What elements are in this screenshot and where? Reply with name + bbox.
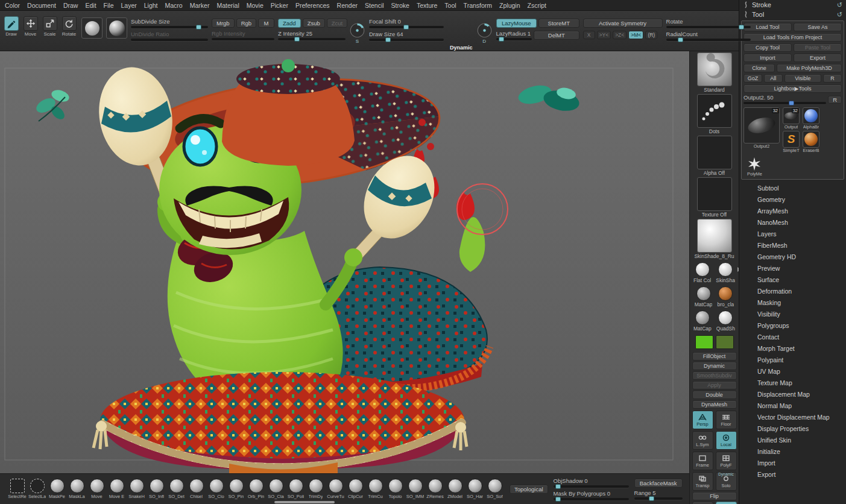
tool-name-slider[interactable]: Output2. 50 — [743, 95, 826, 104]
rgb-intensity-slider[interactable]: Rgb Intensity — [212, 31, 274, 40]
brush-item[interactable]: ZRemes — [425, 479, 445, 499]
menu-item[interactable]: Texture — [417, 2, 437, 9]
menu-item[interactable]: Layer — [121, 2, 136, 9]
tool-section-item[interactable]: Import — [739, 457, 846, 468]
viewport-canvas[interactable] — [0, 51, 689, 473]
tool-section-item[interactable]: Displacement Map — [739, 388, 846, 400]
symmetry-axis-button[interactable]: (R) — [645, 31, 657, 39]
draw-tool-button[interactable]: Draw — [2, 16, 20, 51]
brush-item[interactable]: SO_Poli — [286, 479, 306, 499]
tool-section-item[interactable]: Texture Map — [739, 377, 846, 388]
stroke-restore-icon[interactable]: ↺ — [837, 2, 842, 8]
menu-item[interactable]: Stroke — [391, 2, 409, 9]
fillobject-button[interactable]: FillObject — [692, 352, 737, 361]
alpha-picker-thumbnail[interactable] — [697, 136, 732, 169]
tool-section-item[interactable]: Unified Skin — [739, 434, 846, 446]
transp-button[interactable]: Transp — [692, 472, 713, 491]
floor-button[interactable]: Floor — [716, 411, 737, 429]
double-button[interactable]: Double — [692, 391, 737, 399]
tool-section-item[interactable]: Normal Map — [739, 400, 846, 411]
tool-section-item[interactable]: Morph Target — [739, 342, 846, 354]
tool-thumbnail-simplet[interactable]: S — [783, 131, 800, 148]
make-polymesh3d-button[interactable]: Make PolyMesh3D — [777, 64, 842, 72]
brush-item[interactable]: SO_Har — [465, 479, 485, 499]
lazymouse-button[interactable]: LazyMouse — [496, 19, 537, 28]
radialcount-slider[interactable]: RadialCount — [666, 31, 751, 41]
brush-item[interactable]: SO_Det — [166, 479, 186, 499]
tool-section-item[interactable]: Deformation — [739, 285, 846, 297]
stroke-picker-thumbnail[interactable] — [697, 94, 732, 128]
menu-item[interactable]: Document — [27, 2, 56, 9]
matcap-material[interactable]: MatCap — [693, 310, 712, 333]
menu-item[interactable]: Render — [337, 2, 358, 9]
primary-color-swatch[interactable] — [695, 335, 713, 349]
brush-item[interactable]: SO_Pin — [226, 479, 246, 499]
load-tool-button[interactable]: Load Tool — [743, 23, 792, 31]
brush-item[interactable]: Move E — [107, 479, 127, 499]
deluh-button[interactable]: DelUH — [692, 502, 713, 504]
symmetry-axis-button[interactable]: X — [583, 31, 595, 39]
texture-picker-thumbnail[interactable] — [697, 177, 732, 211]
focal-shift-knob[interactable] — [403, 25, 409, 30]
menu-item[interactable]: Movie — [247, 2, 264, 9]
polyf-button[interactable]: PolyF — [716, 452, 737, 470]
all-button[interactable]: All — [764, 74, 783, 83]
flatcolor-material[interactable]: Flat Col — [693, 262, 711, 285]
local-button[interactable]: Local — [716, 431, 737, 450]
range-knob[interactable] — [649, 496, 654, 501]
paste-tool-button[interactable]: Paste Tool — [794, 43, 842, 52]
brush-item[interactable]: CurveTu — [326, 479, 346, 499]
menu-item[interactable]: Zplugin — [499, 2, 520, 9]
tool-thumbnail-alphabrush[interactable] — [803, 107, 819, 124]
objshadow-slider[interactable]: ObjShadow 0 — [554, 478, 629, 488]
symmetry-axis-button[interactable]: >M< — [628, 31, 643, 39]
tool-section-item[interactable]: Geometry — [739, 194, 846, 205]
brush-item[interactable]: SO_Infl — [147, 479, 166, 499]
tool-palette-header[interactable]: Tool ↺ — [739, 10, 846, 19]
mask-by-polygroups-slider[interactable]: Mask By Polygroups 0 — [554, 491, 629, 500]
tool-section-item[interactable]: Polygroups — [739, 320, 846, 331]
lazyradius-slider[interactable]: LazyRadius 1 — [496, 31, 532, 40]
menu-item[interactable]: Transform — [464, 2, 492, 9]
dynamic-dial-icon[interactable] — [476, 22, 493, 39]
tool-section-item[interactable]: ArrayMesh — [739, 205, 846, 216]
lsym-button[interactable]: L.Sym — [692, 431, 713, 450]
tool-thumbnail-output[interactable]: 32 — [783, 107, 800, 124]
zsub-button[interactable]: Zsub — [303, 19, 325, 28]
skinshade-material[interactable]: SkinSha — [716, 262, 735, 285]
backfacemask-button[interactable]: BackfaceMask — [634, 479, 683, 488]
tool-thumbnail-eraserbrush[interactable] — [803, 131, 819, 148]
brush-item[interactable]: TrimCu — [365, 479, 385, 499]
brush-picker-thumbnail[interactable] — [697, 52, 732, 86]
tool-section-item[interactable]: Subtool — [739, 182, 846, 194]
brush-item[interactable]: Orb_Pin — [246, 479, 266, 499]
tool-section-item[interactable]: Vector Displacement Map — [739, 411, 846, 423]
rgb-button[interactable]: Rgb — [236, 19, 256, 28]
zadd-button[interactable]: Zadd — [278, 19, 301, 28]
radialcount-knob[interactable] — [678, 37, 683, 42]
brush-item[interactable]: SelectRe — [7, 479, 27, 499]
brush-item[interactable]: ClipCur — [346, 479, 365, 499]
polymesh-star[interactable]: PolyMe — [747, 157, 842, 177]
dynamic-label[interactable]: Dynamic — [450, 45, 473, 51]
tool-section-item[interactable]: Display Properties — [739, 423, 846, 434]
export-button[interactable]: Export — [794, 54, 842, 62]
draw-size-slider[interactable]: Draw Size 64 — [369, 31, 444, 41]
import-button[interactable]: Import — [743, 54, 792, 62]
current-brush-thumbnail[interactable] — [81, 17, 103, 39]
goz-button[interactable]: GoZ — [743, 74, 762, 83]
brush-item[interactable]: MaskLa — [67, 479, 87, 499]
storemt-button[interactable]: StoreMT — [538, 19, 579, 28]
current-material-thumbnail[interactable] — [106, 17, 127, 39]
canvas-horizontal-scrollbar[interactable] — [274, 501, 335, 503]
tool-section-item[interactable]: Initialize — [739, 446, 846, 457]
menu-item[interactable]: Marker — [190, 2, 210, 9]
menu-item[interactable]: Tool — [444, 2, 456, 9]
matcap-bronze-material[interactable]: bro_cla — [717, 286, 734, 309]
tool-name-knob[interactable] — [789, 101, 794, 106]
menu-item[interactable]: Picker — [271, 2, 288, 9]
lazyradius-knob[interactable] — [499, 37, 504, 42]
brush-item[interactable]: SnakeH — [127, 479, 147, 499]
dynamesh-button[interactable]: DynaMesh — [692, 400, 737, 409]
brush-item[interactable]: Move — [87, 479, 107, 499]
